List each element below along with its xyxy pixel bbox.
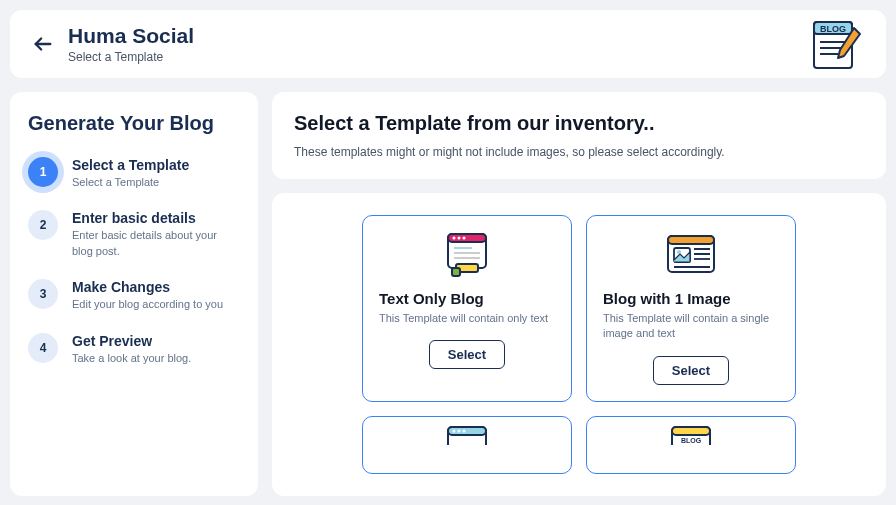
svg-rect-32 — [672, 427, 710, 435]
template-icon-partial: BLOG — [664, 425, 718, 471]
main-header: Select a Template from our inventory.. T… — [272, 92, 886, 179]
svg-rect-17 — [452, 268, 460, 276]
step-title: Enter basic details — [72, 210, 240, 226]
templates-container: Text Only Blog This Template will contai… — [272, 193, 886, 496]
main-title: Select a Template from our inventory.. — [294, 112, 864, 135]
svg-point-30 — [463, 429, 466, 432]
back-button[interactable] — [32, 33, 54, 55]
step-desc: Edit your blog according to you — [72, 297, 223, 312]
step-basic-details[interactable]: 2 Enter basic details Enter basic detail… — [28, 210, 240, 259]
template-title: Blog with 1 Image — [603, 290, 731, 307]
step-desc: Enter basic details about your blog post… — [72, 228, 240, 259]
template-card-partial: BLOG — [586, 416, 796, 474]
template-text-only: Text Only Blog This Template will contai… — [362, 215, 572, 402]
select-button[interactable]: Select — [653, 356, 729, 385]
step-title: Get Preview — [72, 333, 191, 349]
step-desc: Select a Template — [72, 175, 189, 190]
header-subtitle: Select a Template — [68, 50, 194, 64]
one-image-icon — [664, 232, 718, 278]
step-desc: Take a look at your blog. — [72, 351, 191, 366]
header-text-block: Huma Social Select a Template — [68, 24, 194, 64]
template-desc: This Template will contain a single imag… — [603, 311, 779, 342]
svg-text:BLOG: BLOG — [681, 437, 702, 444]
svg-point-11 — [458, 237, 461, 240]
steps-list: 1 Select a Template Select a Template 2 … — [28, 157, 240, 366]
step-make-changes[interactable]: 3 Make Changes Edit your blog according … — [28, 279, 240, 312]
sidebar: Generate Your Blog 1 Select a Template S… — [10, 92, 258, 496]
svg-text:BLOG: BLOG — [820, 24, 846, 34]
template-one-image: Blog with 1 Image This Template will con… — [586, 215, 796, 402]
step-title: Make Changes — [72, 279, 223, 295]
sidebar-title: Generate Your Blog — [28, 112, 240, 135]
blog-icon: BLOG — [808, 16, 864, 72]
svg-point-10 — [453, 237, 456, 240]
step-number: 1 — [28, 157, 58, 187]
template-card-partial — [362, 416, 572, 474]
select-button[interactable]: Select — [429, 340, 505, 369]
template-icon-partial — [440, 425, 494, 471]
step-number: 3 — [28, 279, 58, 309]
template-desc: This Template will contain only text — [379, 311, 548, 326]
step-get-preview[interactable]: 4 Get Preview Take a look at your blog. — [28, 333, 240, 366]
header-title: Huma Social — [68, 24, 194, 48]
svg-point-29 — [458, 429, 461, 432]
svg-rect-19 — [668, 236, 714, 244]
text-only-icon — [440, 232, 494, 278]
svg-point-21 — [677, 250, 681, 254]
main-area: Select a Template from our inventory.. T… — [272, 92, 886, 496]
step-number: 2 — [28, 210, 58, 240]
svg-point-12 — [463, 237, 466, 240]
svg-point-28 — [453, 429, 456, 432]
step-number: 4 — [28, 333, 58, 363]
template-title: Text Only Blog — [379, 290, 484, 307]
main-subtitle: These templates might or might not inclu… — [294, 145, 864, 159]
step-title: Select a Template — [72, 157, 189, 173]
step-select-template[interactable]: 1 Select a Template Select a Template — [28, 157, 240, 190]
page-header: Huma Social Select a Template BLOG — [10, 10, 886, 78]
